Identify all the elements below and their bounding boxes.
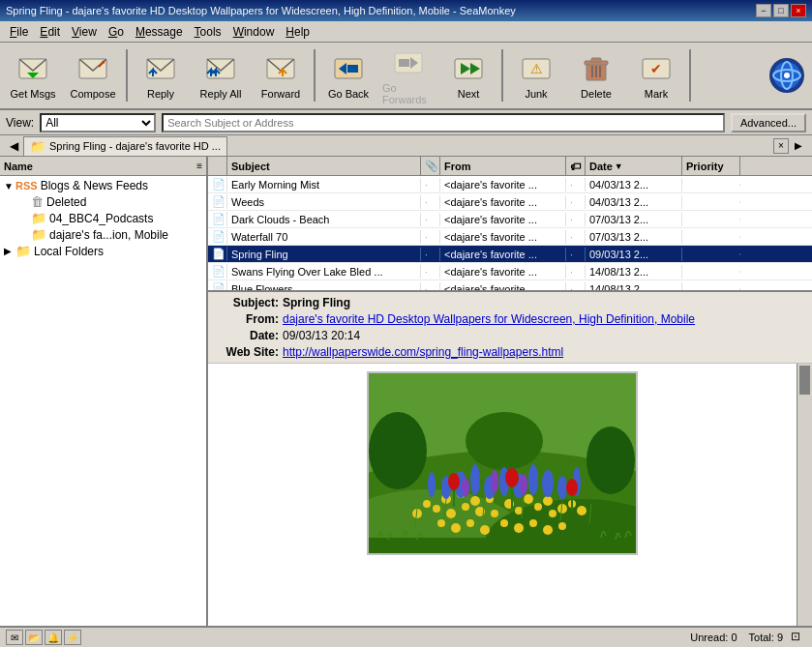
- svg-point-82: [505, 468, 519, 487]
- mark-button[interactable]: ✔ Mark: [627, 45, 685, 105]
- preview-website-label: Web Site:: [216, 345, 279, 359]
- reply-all-icon: [203, 51, 238, 86]
- col-subject-label: Subject: [231, 161, 270, 172]
- toggle-local[interactable]: ▶: [4, 246, 15, 256]
- reply-all-button[interactable]: Reply All: [192, 45, 250, 105]
- folder-tab[interactable]: 📁 Spring Fling - dajare's favorite HD ..…: [23, 136, 227, 156]
- tab-arrow-forward[interactable]: ▶: [789, 140, 808, 151]
- msg-label-5: ·: [566, 248, 586, 261]
- tree-item-local[interactable]: ▶ 📁 Local Folders: [0, 243, 206, 259]
- msg-label-6: ·: [566, 265, 586, 279]
- maximize-button[interactable]: □: [773, 4, 789, 17]
- go-back-icon: [331, 51, 366, 86]
- table-row[interactable]: 📄 Swans Flying Over Lake Bled ... · <daj…: [208, 263, 812, 280]
- search-input[interactable]: [162, 113, 725, 132]
- junk-button[interactable]: ⚠ Junk: [507, 45, 565, 105]
- view-dropdown[interactable]: All Unread Threads: [40, 113, 156, 132]
- svg-point-38: [466, 412, 543, 470]
- preview-website-url[interactable]: http://wallpaperswide.com/spring_fling-w…: [283, 345, 563, 359]
- scrollbar-thumb[interactable]: [799, 366, 810, 395]
- col-header-attach[interactable]: 📎: [421, 157, 440, 175]
- message-list-header: Subject 📎 From 🏷 Date ▼ Priority: [208, 157, 812, 176]
- get-msgs-label: Get Msgs: [10, 88, 55, 100]
- table-row[interactable]: 📄 Blue Flowers · <dajare's favorite ... …: [208, 280, 812, 290]
- toggle-blogs-feeds[interactable]: ▼: [4, 181, 15, 191]
- tree-item-bbc4[interactable]: 📁 04_BBC4_Podcasts: [0, 210, 206, 226]
- col-header-check[interactable]: [208, 157, 227, 175]
- preview-subject-field: Subject: Spring Fling: [216, 296, 804, 309]
- msg-date-7: 14/08/13 2...: [586, 282, 682, 291]
- col-header-date[interactable]: Date ▼: [586, 157, 682, 175]
- col-header-priority[interactable]: Priority: [682, 157, 740, 175]
- msg-priority-5: [682, 253, 740, 255]
- next-button[interactable]: Next: [439, 45, 497, 105]
- close-button[interactable]: ×: [791, 4, 806, 17]
- tree-item-blogs-feeds[interactable]: ▼ RSS Blogs & News Feeds: [0, 178, 206, 193]
- svg-point-31: [784, 73, 790, 78]
- go-forwards-button[interactable]: Go Forwards: [379, 45, 437, 105]
- menu-view[interactable]: View: [66, 23, 103, 41]
- svg-rect-21: [591, 58, 601, 62]
- table-row[interactable]: 📄 Early Morning Mist · <dajare's favorit…: [208, 176, 812, 193]
- delete-button[interactable]: Delete: [567, 45, 625, 105]
- msg-priority-3: [682, 219, 740, 221]
- col-header-subject[interactable]: Subject: [227, 157, 421, 175]
- table-row[interactable]: 📄 Spring Fling · <dajare's favorite ... …: [208, 246, 812, 263]
- menu-edit[interactable]: Edit: [34, 23, 66, 41]
- tree-item-dajares[interactable]: 📁 dajare's fa...ion, Mobile: [0, 226, 206, 243]
- tab-close-button[interactable]: ×: [773, 138, 789, 154]
- resize-handle[interactable]: ⊡: [791, 630, 806, 645]
- status-icon-alert[interactable]: 🔔: [45, 630, 62, 645]
- advanced-button[interactable]: Advanced...: [731, 113, 806, 132]
- minimize-button[interactable]: −: [756, 4, 771, 17]
- status-icon-folder[interactable]: 📂: [25, 630, 43, 645]
- message-list-container: Subject 📎 From 🏷 Date ▼ Priority: [208, 157, 812, 292]
- status-icon-mail[interactable]: ✉: [6, 630, 23, 645]
- msg-subject-7: Blue Flowers: [227, 282, 421, 291]
- get-msgs-button[interactable]: Get Msgs: [4, 45, 62, 105]
- menu-tools[interactable]: Tools: [189, 23, 227, 41]
- table-row[interactable]: 📄 Dark Clouds - Beach · <dajare's favori…: [208, 211, 812, 228]
- svg-point-51: [515, 507, 523, 515]
- msg-icon-5: 📄: [212, 248, 227, 259]
- preview-pane: Subject: Spring Fling From: dajare's fav…: [208, 292, 812, 626]
- menu-go[interactable]: Go: [103, 23, 130, 41]
- msg-label-7: ·: [566, 282, 586, 291]
- preview-from-value[interactable]: dajare's favorite HD Desktop Wallpapers …: [283, 312, 695, 326]
- msg-check-5: 📄: [208, 247, 227, 261]
- forward-button[interactable]: Forward: [252, 45, 310, 105]
- msg-label-1: ·: [566, 178, 586, 191]
- msg-date-3: 07/03/13 2...: [586, 213, 682, 226]
- folder-icon-bbc4: 📁: [31, 211, 46, 225]
- msg-check-3: 📄: [208, 212, 227, 226]
- menu-window[interactable]: Window: [227, 23, 281, 41]
- preview-scroll-area[interactable]: [208, 364, 797, 626]
- col-header-label[interactable]: 🏷: [566, 157, 586, 175]
- msg-label-4: ·: [566, 230, 586, 244]
- reply-label: Reply: [147, 88, 174, 100]
- menu-help[interactable]: Help: [280, 23, 316, 41]
- statusbar: ✉ 📂 🔔 ⚡ Unread: 0 Total: 9 ⊡: [0, 626, 812, 647]
- col-header-from[interactable]: From: [440, 157, 566, 175]
- toolbar-separator-3: [501, 49, 503, 102]
- status-icon-sync[interactable]: ⚡: [64, 630, 81, 645]
- msg-priority-6: [682, 271, 740, 273]
- preview-scrollbar[interactable]: [797, 364, 812, 626]
- msg-date-2: 04/03/13 2...: [586, 195, 682, 209]
- compose-button[interactable]: Compose: [64, 45, 122, 105]
- go-back-button[interactable]: Go Back: [319, 45, 377, 105]
- table-row[interactable]: 📄 Weeds · <dajare's favorite ... · 04/03…: [208, 193, 812, 211]
- svg-point-53: [534, 503, 542, 511]
- svg-point-49: [491, 510, 498, 517]
- go-back-label: Go Back: [328, 88, 369, 100]
- tabbar: ◀ 📁 Spring Fling - dajare's favorite HD …: [0, 135, 812, 157]
- tab-arrow-back[interactable]: ◀: [4, 139, 23, 153]
- msg-subject-5: Spring Fling: [227, 248, 421, 261]
- svg-text:✔: ✔: [650, 61, 662, 76]
- menu-file[interactable]: File: [4, 23, 34, 41]
- reply-button[interactable]: Reply: [132, 45, 190, 105]
- tree-item-deleted[interactable]: 🗑 Deleted: [0, 193, 206, 210]
- svg-point-63: [500, 519, 508, 527]
- menu-message[interactable]: Message: [130, 23, 189, 41]
- table-row[interactable]: 📄 Waterfall 70 · <dajare's favorite ... …: [208, 228, 812, 246]
